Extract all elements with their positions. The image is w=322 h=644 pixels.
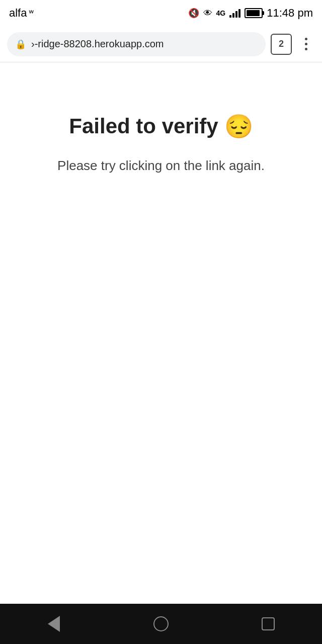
tab-count-button[interactable]: 2	[271, 34, 292, 55]
recents-icon	[262, 617, 275, 630]
browser-bar: 🔒 ›-ridge-88208.herokuapp.com 2	[0, 26, 322, 62]
back-icon	[48, 616, 60, 632]
bottom-nav	[0, 604, 322, 644]
status-bar-right: 🔇 👁 4G 91 11:48 pm	[188, 7, 313, 20]
back-button[interactable]	[39, 609, 69, 639]
home-button[interactable]	[146, 609, 176, 639]
error-message: Please try clicking on the link again.	[57, 156, 265, 176]
home-icon	[153, 616, 169, 631]
tab-count-label: 2	[279, 39, 284, 49]
menu-dot-1	[305, 38, 307, 40]
url-text: ›-ridge-88208.herokuapp.com	[31, 38, 164, 50]
recents-button[interactable]	[253, 609, 283, 639]
menu-dot-3	[305, 48, 307, 50]
page-content: Failed to verify 😔 Please try clicking o…	[0, 62, 322, 604]
carrier-name: alfa	[9, 7, 27, 20]
mute-icon: 🔇	[188, 8, 199, 19]
battery-level: 91	[250, 9, 258, 17]
signal-bar-4	[238, 9, 240, 18]
signal-bar-1	[229, 15, 231, 18]
whatsapp-icon: ʷ	[29, 7, 34, 19]
error-title-text: Failed to verify	[69, 114, 218, 138]
sad-emoji: 😔	[224, 113, 253, 140]
lte-icon: 4G	[216, 9, 226, 17]
signal-bar-3	[235, 11, 237, 18]
battery-box: 91	[245, 8, 263, 18]
status-time: 11:48 pm	[267, 7, 313, 20]
eye-icon: 👁	[203, 8, 212, 19]
battery-container: 91	[245, 8, 263, 18]
error-title: Failed to verify 😔	[69, 113, 253, 140]
status-bar-left: alfa ʷ	[9, 7, 34, 20]
status-bar: alfa ʷ 🔇 👁 4G 91 11:48 pm	[0, 0, 322, 26]
address-bar[interactable]: 🔒 ›-ridge-88208.herokuapp.com	[7, 32, 266, 56]
signal-bars	[229, 9, 240, 18]
lock-icon: 🔒	[15, 39, 26, 50]
menu-dot-2	[305, 43, 307, 45]
signal-bar-2	[232, 13, 234, 18]
browser-menu-button[interactable]	[297, 38, 315, 50]
